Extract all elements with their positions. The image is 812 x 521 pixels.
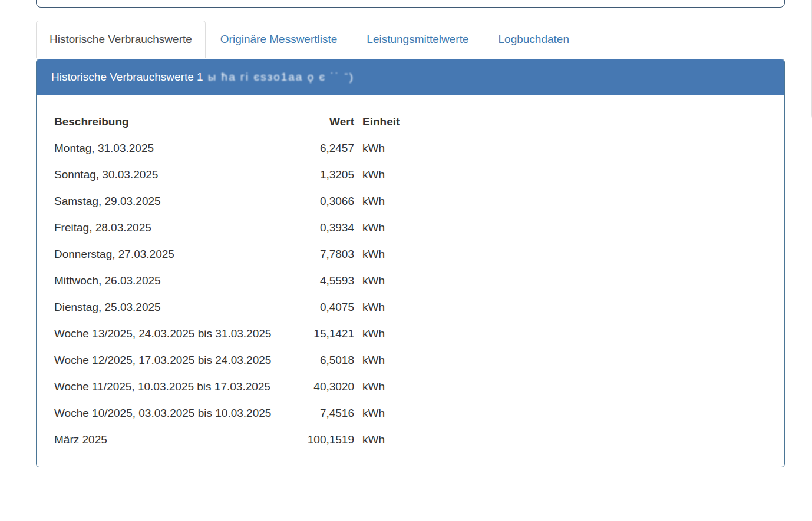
- cell-einheit: kWh: [354, 135, 400, 161]
- cell-einheit: kWh: [354, 214, 400, 241]
- verbrauchswerte-table: Beschreibung Wert Einheit Montag, 31.03.…: [54, 108, 400, 453]
- panel-header: Historische Verbrauchswerte 1 ы ћа гі єѕ…: [37, 59, 784, 95]
- cell-einheit: kWh: [354, 241, 400, 267]
- cell-wert: 4,5593: [303, 267, 354, 294]
- table-row: März 2025 100,1519 kWh: [54, 426, 400, 453]
- table-row: Sonntag, 30.03.2025 1,3205 kWh: [54, 161, 400, 188]
- cell-einheit: kWh: [354, 347, 400, 373]
- cell-beschreibung: Donnerstag, 27.03.2025: [54, 241, 303, 267]
- cell-wert: 0,3934: [303, 214, 354, 241]
- cell-wert: 40,3020: [303, 373, 354, 400]
- cell-wert: 0,4075: [303, 294, 354, 320]
- cell-einheit: kWh: [354, 294, 400, 320]
- cell-beschreibung: März 2025: [54, 426, 303, 453]
- cell-wert: 7,7803: [303, 241, 354, 267]
- cell-einheit: kWh: [354, 161, 400, 188]
- cell-einheit: kWh: [354, 188, 400, 214]
- cell-einheit: kWh: [354, 320, 400, 347]
- tab-leistungsmittelwerte[interactable]: Leistungsmittelwerte: [352, 21, 483, 58]
- table-row: Montag, 31.03.2025 6,2457 kWh: [54, 135, 400, 161]
- historische-verbrauchswerte-panel: Historische Verbrauchswerte 1 ы ћа гі єѕ…: [36, 59, 785, 467]
- cell-wert: 7,4516: [303, 400, 354, 426]
- cell-wert: 6,2457: [303, 135, 354, 161]
- cell-beschreibung: Woche 12/2025, 17.03.2025 bis 24.03.2025: [54, 347, 303, 373]
- column-header-einheit: Einheit: [354, 108, 400, 135]
- column-header-wert: Wert: [303, 108, 354, 135]
- cell-beschreibung: Mittwoch, 26.03.2025: [54, 267, 303, 294]
- cell-beschreibung: Dienstag, 25.03.2025: [54, 294, 303, 320]
- top-panel-edge: [36, 0, 785, 8]
- table-row: Donnerstag, 27.03.2025 7,7803 kWh: [54, 241, 400, 267]
- panel-body: Beschreibung Wert Einheit Montag, 31.03.…: [37, 95, 784, 453]
- cell-einheit: kWh: [354, 426, 400, 453]
- cell-wert: 6,5018: [303, 347, 354, 373]
- cell-einheit: kWh: [354, 400, 400, 426]
- cell-beschreibung: Samstag, 29.03.2025: [54, 188, 303, 214]
- table-row: Dienstag, 25.03.2025 0,4075 kWh: [54, 294, 400, 320]
- cell-beschreibung: Woche 11/2025, 10.03.2025 bis 17.03.2025: [54, 373, 303, 400]
- tab-logbuchdaten[interactable]: Logbuchdaten: [484, 21, 584, 58]
- table-row: Woche 11/2025, 10.03.2025 bis 17.03.2025…: [54, 373, 400, 400]
- table-row: Woche 13/2025, 24.03.2025 bis 31.03.2025…: [54, 320, 400, 347]
- cell-einheit: kWh: [354, 373, 400, 400]
- cell-beschreibung: Montag, 31.03.2025: [54, 135, 303, 161]
- tab-historische-verbrauchswerte[interactable]: Historische Verbrauchswerte: [36, 21, 206, 58]
- panel-title-redacted-meter-id: ы ћа гі єѕзо1аа ϙ є ˙˙ ˉ): [208, 71, 354, 84]
- cell-wert: 0,3066: [303, 188, 354, 214]
- cell-beschreibung: Woche 10/2025, 03.03.2025 bis 10.03.2025: [54, 400, 303, 426]
- table-row: Freitag, 28.03.2025 0,3934 kWh: [54, 214, 400, 241]
- cell-beschreibung: Freitag, 28.03.2025: [54, 214, 303, 241]
- cell-beschreibung: Woche 13/2025, 24.03.2025 bis 31.03.2025: [54, 320, 303, 347]
- table-row: Woche 12/2025, 17.03.2025 bis 24.03.2025…: [54, 347, 400, 373]
- cell-wert: 1,3205: [303, 161, 354, 188]
- tab-bar: Historische Verbrauchswerte Originäre Me…: [36, 21, 584, 58]
- column-header-beschreibung: Beschreibung: [54, 108, 303, 135]
- table-header-row: Beschreibung Wert Einheit: [54, 108, 400, 135]
- tab-originaere-messwertliste[interactable]: Originäre Messwertliste: [206, 21, 352, 58]
- table-row: Samstag, 29.03.2025 0,3066 kWh: [54, 188, 400, 214]
- cell-wert: 15,1421: [303, 320, 354, 347]
- cell-einheit: kWh: [354, 267, 400, 294]
- cell-wert: 100,1519: [303, 426, 354, 453]
- panel-title: Historische Verbrauchswerte 1: [51, 71, 203, 84]
- table-row: Woche 10/2025, 03.03.2025 bis 10.03.2025…: [54, 400, 400, 426]
- cell-beschreibung: Sonntag, 30.03.2025: [54, 161, 303, 188]
- table-row: Mittwoch, 26.03.2025 4,5593 kWh: [54, 267, 400, 294]
